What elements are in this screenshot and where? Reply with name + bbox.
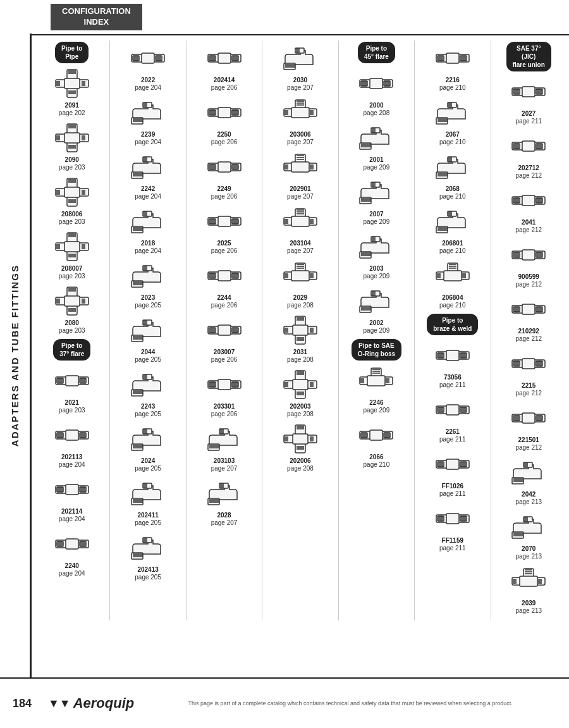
item-id: 2007	[369, 210, 383, 218]
fitting-image	[357, 176, 395, 209]
svg-rect-475	[370, 430, 382, 440]
fitting-image	[510, 565, 548, 598]
item-id: 206801	[442, 239, 463, 247]
sidebar-label: ADAPTERS AND TUBE FITTINGS	[0, 34, 32, 677]
item-page: page 203	[59, 273, 85, 280]
item-id: 2044	[141, 348, 155, 356]
list-item: 2024page 205	[129, 423, 167, 472]
fitting-image	[53, 67, 91, 100]
fitting-image	[205, 205, 243, 238]
list-item: 2068page 210	[434, 151, 472, 200]
item-id: 2039	[522, 599, 535, 607]
sub-category-badge-4-5: Pipe to SAE O-Ring boss	[352, 339, 401, 361]
svg-rect-332	[291, 162, 309, 172]
item-id: 2024	[141, 457, 155, 465]
fitting-image	[434, 339, 472, 372]
fitting-image	[205, 42, 243, 75]
list-item: 202411page 205	[129, 477, 167, 526]
item-id: 2068	[446, 185, 460, 193]
list-item: 202413page 205	[129, 531, 167, 581]
svg-rect-595	[522, 141, 535, 151]
item-page: page 212	[515, 335, 542, 342]
list-item: 2080page 203	[53, 285, 91, 334]
item-page: page 209	[364, 327, 390, 334]
item-page: page 205	[135, 519, 161, 526]
list-item: 2243page 205	[129, 368, 167, 417]
svg-rect-278	[218, 325, 231, 335]
item-page: page 212	[515, 172, 542, 179]
svg-rect-98	[66, 430, 78, 440]
item-page: page 208	[287, 356, 314, 363]
svg-rect-2	[64, 78, 80, 89]
column-0: Pipe to Pipe2091page 2022090page 2032080…	[34, 40, 110, 620]
item-id: 202113	[61, 453, 82, 461]
item-page: page 209	[364, 407, 390, 414]
fitting-image	[434, 205, 472, 238]
item-id: 2244	[217, 293, 231, 302]
item-id: FF1159	[442, 536, 463, 545]
item-id: 2090	[65, 156, 79, 164]
item-page: page 204	[135, 139, 161, 145]
item-id: 2002	[369, 319, 383, 327]
fitting-image	[357, 285, 395, 318]
list-item: 2041page 212	[510, 184, 548, 233]
list-item: 203104page 207	[281, 205, 319, 254]
fitting-image	[434, 393, 472, 426]
item-page: page 210	[439, 247, 466, 254]
item-id: 2029	[293, 293, 307, 302]
item-page: page 211	[439, 436, 466, 443]
list-item: 2249page 206	[205, 151, 243, 200]
footer-disclaimer: This page is part of a complete catalog …	[144, 700, 556, 706]
fitting-image	[357, 419, 395, 452]
fitting-image	[205, 151, 243, 183]
item-page: page 211	[439, 490, 466, 497]
list-item: 208007page 203	[53, 230, 91, 280]
fitting-image	[129, 531, 167, 564]
fitting-image	[357, 121, 395, 154]
item-page: page 213	[515, 553, 542, 560]
item-page: page 206	[211, 193, 238, 200]
fitting-image	[53, 364, 91, 397]
list-item: 202006page 208	[281, 423, 319, 472]
list-item: 2022page 204	[129, 42, 167, 91]
item-page: page 210	[439, 193, 466, 200]
item-page: page 209	[364, 218, 390, 225]
item-id: 2091	[65, 101, 79, 109]
svg-rect-517	[444, 271, 462, 281]
svg-rect-655	[522, 413, 535, 423]
item-page: page 204	[135, 84, 161, 91]
item-id: 2042	[522, 490, 535, 498]
item-page: page 204	[59, 570, 85, 577]
item-page: page 209	[364, 164, 390, 171]
list-item: 203103page 207	[205, 423, 243, 472]
sub-category-badge-5-5: Pipe to braze & weld	[427, 314, 478, 335]
column-4: Pipe to 45° flare2000page 2082001page 20…	[339, 40, 415, 620]
list-item: 2039page 213	[510, 565, 548, 614]
list-item: 2091page 202	[53, 67, 91, 116]
fitting-image	[53, 527, 91, 560]
list-item: FF1026page 211	[434, 448, 472, 497]
fitting-image	[434, 42, 472, 75]
fitting-image	[510, 347, 548, 380]
svg-rect-487	[446, 53, 459, 63]
item-page: page 207	[211, 465, 238, 472]
list-item: 202113page 204	[53, 419, 91, 468]
list-item: 2003page 209	[357, 230, 395, 280]
header: CONFIGURATION INDEX	[0, 0, 569, 35]
item-page: page 202	[59, 109, 85, 116]
list-item: 2023page 205	[129, 259, 167, 309]
column-2: 202414page 2062250page 2062249page 20620…	[187, 40, 262, 620]
list-item: 2042page 213	[510, 456, 548, 505]
item-id: 202006	[290, 457, 310, 465]
item-id: 2215	[522, 381, 535, 390]
item-page: page 211	[439, 381, 466, 388]
item-page: page 205	[135, 356, 161, 363]
svg-rect-643	[522, 359, 535, 369]
item-page: page 207	[211, 519, 238, 526]
item-page: page 213	[515, 607, 542, 614]
list-item: 2044page 205	[129, 314, 167, 363]
item-id: 2003	[369, 264, 383, 273]
fitting-image	[205, 423, 243, 455]
svg-rect-47	[64, 242, 80, 252]
fitting-image	[53, 121, 91, 154]
